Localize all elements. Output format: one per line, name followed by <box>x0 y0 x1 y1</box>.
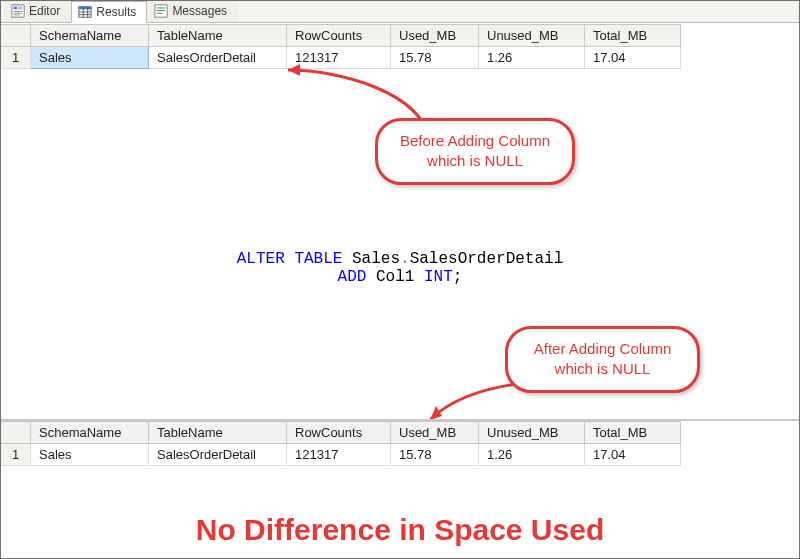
cell-table[interactable]: SalesOrderDetail <box>149 444 287 466</box>
col-rowcounts[interactable]: RowCounts <box>287 422 391 444</box>
tab-messages[interactable]: Messages <box>147 0 238 22</box>
svg-rect-6 <box>14 15 20 16</box>
editor-icon <box>11 4 25 18</box>
callout-after-line1: After Adding Column <box>534 340 672 357</box>
cell-unused[interactable]: 1.26 <box>479 444 585 466</box>
grid-icon <box>78 5 92 19</box>
row-number: 1 <box>1 47 31 69</box>
cell-used[interactable]: 15.78 <box>391 444 479 466</box>
sql-dot: . <box>400 250 410 268</box>
svg-rect-1 <box>14 7 18 10</box>
callout-after-line2: which is NULL <box>555 360 651 377</box>
cell-table[interactable]: SalesOrderDetail <box>149 47 287 69</box>
row-number: 1 <box>1 444 31 466</box>
cell-schema[interactable]: Sales <box>31 444 149 466</box>
col-unused[interactable]: Unused_MB <box>479 422 585 444</box>
tab-messages-label: Messages <box>172 4 227 18</box>
table-row[interactable]: 1 Sales SalesOrderDetail 121317 15.78 1.… <box>1 444 681 466</box>
tab-results-label: Results <box>96 5 136 19</box>
tab-editor[interactable]: Editor <box>4 0 71 22</box>
cell-unused[interactable]: 1.26 <box>479 47 585 69</box>
messages-icon <box>154 4 168 18</box>
col-schema[interactable]: SchemaName <box>31 25 149 47</box>
kw-table: TABLE <box>294 250 342 268</box>
sql-semi: ; <box>453 268 463 286</box>
svg-rect-3 <box>18 8 22 9</box>
cell-rowcounts[interactable]: 121317 <box>287 444 391 466</box>
col-used[interactable]: Used_MB <box>391 422 479 444</box>
kw-alter: ALTER <box>237 250 285 268</box>
cell-schema[interactable]: Sales <box>31 47 149 69</box>
results-grid-after[interactable]: SchemaName TableName RowCounts Used_MB U… <box>0 419 800 466</box>
col-table[interactable]: TableName <box>149 422 287 444</box>
col-unused[interactable]: Unused_MB <box>479 25 585 47</box>
col-table[interactable]: TableName <box>149 25 287 47</box>
col-schema[interactable]: SchemaName <box>31 422 149 444</box>
svg-rect-5 <box>14 13 23 14</box>
sql-colname: Col1 <box>376 268 414 286</box>
callout-before-line1: Before Adding Column <box>400 132 550 149</box>
row-number-header[interactable] <box>1 25 31 47</box>
tab-editor-label: Editor <box>29 4 60 18</box>
svg-rect-8 <box>79 7 91 10</box>
svg-rect-15 <box>157 10 166 11</box>
callout-before-line2: which is NULL <box>427 152 523 169</box>
svg-rect-4 <box>14 11 23 12</box>
cell-total[interactable]: 17.04 <box>585 444 681 466</box>
svg-rect-2 <box>18 7 22 8</box>
svg-rect-16 <box>157 13 163 14</box>
caption-no-difference: No Difference in Space Used <box>0 513 800 547</box>
sql-tablename: SalesOrderDetail <box>410 250 564 268</box>
sql-type: INT <box>424 268 453 286</box>
row-number-header[interactable] <box>1 422 31 444</box>
callout-after: After Adding Column which is NULL <box>505 326 700 393</box>
svg-rect-14 <box>157 8 166 9</box>
col-total[interactable]: Total_MB <box>585 25 681 47</box>
col-used[interactable]: Used_MB <box>391 25 479 47</box>
kw-add: ADD <box>338 268 367 286</box>
cell-total[interactable]: 17.04 <box>585 47 681 69</box>
sql-code: ALTER TABLE Sales.SalesOrderDetail ADD C… <box>0 250 800 286</box>
svg-marker-17 <box>288 64 300 76</box>
sql-schema: Sales <box>352 250 400 268</box>
callout-before: Before Adding Column which is NULL <box>375 118 575 185</box>
col-rowcounts[interactable]: RowCounts <box>287 25 391 47</box>
col-total[interactable]: Total_MB <box>585 422 681 444</box>
tab-results[interactable]: Results <box>71 1 147 23</box>
tab-strip: Editor Results Messages <box>0 0 800 23</box>
